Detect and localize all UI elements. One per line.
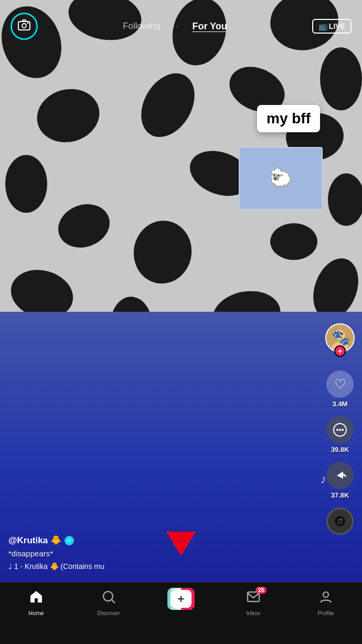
svg-point-11 (328, 173, 362, 226)
share-action: 37.8K (326, 462, 354, 499)
music-note-icon: 🎵 (337, 519, 343, 524)
svg-point-24 (27, 23, 29, 24)
add-video-button[interactable]: + (167, 588, 195, 610)
svg-point-6 (31, 82, 105, 150)
right-action-bar: 🐾 + ♡ 3.4M 39.8K 37.8 (325, 323, 355, 539)
art-card-sticker: 🐑 (239, 147, 323, 210)
comment-count: 39.8K (331, 446, 349, 453)
avatar-container[interactable]: 🐾 + (325, 323, 355, 353)
svg-point-13 (129, 216, 196, 288)
profile-icon (319, 590, 333, 607)
comment-icon (333, 423, 347, 437)
like-button[interactable]: ♡ (326, 371, 354, 398)
discover-label: Discover (98, 610, 120, 616)
art-card-emoji: 🐑 (269, 167, 293, 189)
share-button[interactable] (326, 462, 354, 489)
live-tv-icon: 📺 (318, 22, 327, 30)
svg-point-36 (103, 592, 113, 601)
heart-icon: ♡ (334, 376, 346, 393)
down-arrow-icon (166, 526, 196, 556)
nav-add[interactable]: + (160, 588, 202, 610)
my-bff-sticker: my bff (257, 105, 320, 132)
svg-point-33 (339, 429, 341, 431)
video-info: @Krutika 🐥 ✓ *disappears* ♩ 1 - Krutika … (8, 535, 320, 571)
nav-home[interactable]: Home (15, 590, 57, 616)
like-count: 3.4M (333, 400, 348, 408)
nav-discover[interactable]: Discover (88, 590, 130, 616)
comment-button[interactable] (326, 416, 354, 444)
svg-point-23 (22, 24, 26, 28)
live-button[interactable]: 📺 LIVE (312, 19, 352, 34)
top-bar: Following · For You 📺 LIVE (0, 0, 362, 42)
nav-inbox[interactable]: 28 Inbox (232, 590, 274, 616)
comment-action: 39.8K (326, 416, 354, 453)
svg-point-4 (320, 47, 362, 110)
svg-marker-35 (166, 532, 196, 556)
following-tab[interactable]: Following (123, 21, 161, 31)
follow-plus-badge[interactable]: + (334, 345, 346, 357)
music-disc-item: 🎵 (326, 508, 354, 535)
share-icon (333, 468, 347, 483)
share-count: 37.8K (331, 491, 349, 499)
verified-badge: ✓ (65, 536, 74, 545)
like-action: ♡ 3.4M (326, 371, 354, 408)
inbox-label: Inbox (247, 610, 261, 616)
for-you-tab[interactable]: For You (192, 21, 227, 32)
music-disc[interactable]: 🎵 (326, 508, 354, 535)
svg-point-39 (323, 592, 328, 597)
camera-button[interactable] (10, 13, 38, 40)
discover-icon (102, 590, 115, 607)
svg-point-12 (52, 197, 115, 255)
profile-label: Profile (317, 610, 334, 616)
svg-line-37 (112, 600, 115, 603)
home-icon (29, 590, 43, 607)
svg-point-9 (5, 155, 47, 213)
feed-nav-tabs: Following · For You (123, 21, 227, 32)
creator-avatar-item: 🐾 + (325, 323, 355, 362)
inbox-badge: 28 (255, 587, 267, 594)
live-label: LIVE (329, 22, 345, 30)
home-label: Home (28, 610, 44, 616)
svg-point-32 (336, 429, 338, 431)
nav-profile[interactable]: Profile (305, 590, 347, 616)
floating-music-note: ♪ (320, 472, 326, 487)
svg-point-34 (342, 429, 344, 431)
music-disc-inner: 🎵 (335, 516, 345, 526)
nav-separator: · (175, 22, 177, 31)
svg-point-7 (131, 64, 206, 147)
username-text: @Krutika 🐥 (8, 535, 61, 546)
svg-point-14 (270, 223, 317, 260)
music-info[interactable]: ♩ 1 - Krutika 🐥 (Contains mu (8, 562, 320, 571)
camera-icon (18, 19, 30, 34)
svg-text:🐾: 🐾 (332, 329, 350, 346)
plus-sign: + (177, 592, 185, 606)
video-caption: *disappears* (8, 549, 320, 558)
music-info-text: ♩ 1 - Krutika 🐥 (Contains mu (8, 562, 104, 571)
red-arrow-indicator (166, 526, 196, 556)
username[interactable]: @Krutika 🐥 ✓ (8, 535, 320, 546)
add-video-plus-icon: + (171, 590, 191, 608)
bottom-navigation: Home Discover + 28 Inbox (0, 582, 362, 644)
inbox-icon: 28 (247, 590, 260, 607)
